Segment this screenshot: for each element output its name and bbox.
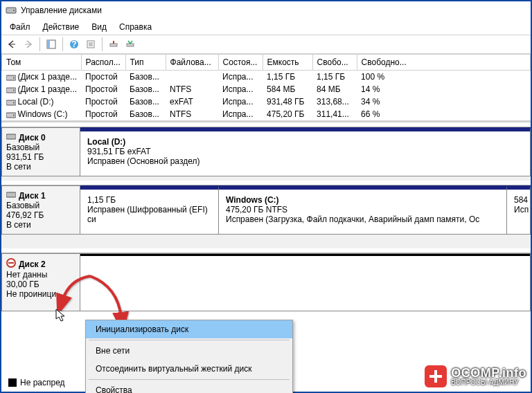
settings-button[interactable] [83,37,98,52]
svg-point-1 [13,10,15,11]
partition-size: 584 [514,195,523,205]
disk-0-status: В сети [6,162,76,172]
col-fs[interactable]: Файлова... [166,55,218,71]
partition-size: 931,51 ГБ exFAT [87,147,523,156]
col-capacity[interactable]: Емкость [263,55,312,71]
ctx-properties[interactable]: Свойства [86,381,292,393]
disk-0-type: Базовый [6,143,76,152]
disk-1-partition-0[interactable]: 1,15 ГБ Исправен (Шифрованный (EFI) си [80,185,219,235]
brand-sub: ВОПРОСЫ АДМИНУ [451,379,526,386]
cursor-icon [55,309,68,326]
disk-1-sidebar[interactable]: Диск 1 Базовый 476,92 ГБ В сети [1,185,80,235]
ctx-detach-vhd[interactable]: Отсоединить виртуальный жесткий диск [86,360,292,378]
partition-size: 475,20 ГБ NTFS [226,205,499,214]
menu-view[interactable]: Вид [86,21,112,33]
drive-icon [6,190,16,201]
table-row[interactable]: (Диск 1 разде...ПростойБазов...Испра...1… [2,71,531,84]
partition-title: Windows (C:) [226,195,499,205]
ctx-separator [89,379,290,380]
context-menu: Инициализировать диск Вне сети Отсоедини… [85,320,293,393]
disk-0-sidebar[interactable]: Диск 0 Базовый 931,51 ГБ В сети [1,127,80,176]
svg-rect-18 [6,192,16,197]
ctx-separator [89,340,290,340]
svg-point-16 [13,114,15,116]
window-title: Управление дисками [21,6,102,15]
disk-1-partition-2[interactable]: 584 Исп [507,185,531,235]
col-status[interactable]: Состоя... [218,55,263,71]
partition-status: Исправен (Основной раздел) [87,156,523,166]
disk-1-type: Базовый [6,201,76,210]
toolbar-separator [62,37,63,51]
menubar: Файл Действие Вид Справка [1,19,531,35]
nav-back-button[interactable] [4,37,19,52]
help-button[interactable]: ? [66,37,82,52]
col-type[interactable]: Тип [125,55,166,71]
svg-point-10 [13,77,15,78]
table-row[interactable]: Local (D:)ПростойБазов...exFATИспра...93… [2,95,531,108]
svg-text:?: ? [71,39,76,49]
col-layout[interactable]: Распол... [81,55,125,71]
legend-box-icon [8,378,17,387]
disk-mgmt-icon [6,5,17,16]
col-freepct[interactable]: Свободно... [357,55,530,71]
svg-rect-17 [6,134,16,139]
toolbar-separator [102,37,103,51]
partition-size: 1,15 ГБ [87,195,211,205]
brand-name: OCOMP.info [451,367,526,379]
titlebar: Управление дисками [1,1,531,19]
ctx-offline[interactable]: Вне сети [86,342,292,360]
disk-1-row: Диск 1 Базовый 476,92 ГБ В сети 1,15 ГБ … [1,185,531,235]
disk-1-title: Диск 1 [19,191,46,201]
col-volume[interactable]: Том [2,55,82,71]
toolbar: ? [1,35,531,54]
plus-icon [425,365,447,387]
legend-unallocated: Не распред [8,378,65,387]
menu-action[interactable]: Действие [37,21,85,33]
partition-status: Исп [514,205,523,214]
menu-help[interactable]: Справка [114,21,157,33]
volume-icon [6,98,16,107]
table-header-row: Том Распол... Тип Файлова... Состоя... Е… [2,55,531,71]
table-row[interactable]: Windows (C:)ПростойБазов...NTFSИспра...4… [2,108,531,120]
svg-rect-3 [47,40,50,48]
volume-icon [6,86,16,94]
watermark: OCOMP.info ВОПРОСЫ АДМИНУ [425,365,526,387]
volume-icon [6,111,16,119]
disk-2-unallocated[interactable] [80,253,531,311]
disk-1-status: В сети [6,220,76,230]
unknown-disk-icon [6,258,16,270]
action-button-1[interactable] [106,37,121,52]
legend-label: Не распред [20,378,65,387]
partition-status: Исправен (Шифрованный (EFI) си [87,205,211,224]
volume-icon [6,73,16,82]
svg-point-14 [13,102,15,103]
disk-0-size: 931,51 ГБ [6,152,76,162]
disk-0-title: Диск 0 [19,133,46,143]
partition-title: Local (D:) [87,137,523,147]
disk-1-partition-1[interactable]: Windows (C:) 475,20 ГБ NTFS Исправен (За… [219,185,507,235]
disk-1-size: 476,92 ГБ [6,210,76,220]
nav-forward-button[interactable] [21,37,36,52]
disk-0-partition-0[interactable]: Local (D:) 931,51 ГБ exFAT Исправен (Осн… [80,127,531,176]
ctx-initialize-disk[interactable]: Инициализировать диск [86,320,292,338]
toolbar-separator [39,37,40,51]
partition-status: Исправен (Загрузка, Файл подкачки, Авари… [226,214,499,224]
volume-table-wrap: Том Распол... Тип Файлова... Состоя... Е… [1,54,531,122]
table-row[interactable]: (Диск 1 разде...ПростойБазов...NTFSИспра… [2,83,531,95]
svg-point-12 [13,89,15,91]
volume-table[interactable]: Том Распол... Тип Файлова... Состоя... Е… [1,54,531,120]
show-hide-tree-button[interactable] [44,37,59,52]
disk-0-row: Диск 0 Базовый 931,51 ГБ В сети Local (D… [1,127,531,176]
action-button-2[interactable] [123,37,138,52]
disk-2-title: Диск 2 [19,259,46,269]
drive-icon [6,132,16,143]
svg-rect-20 [8,262,14,264]
menu-file[interactable]: Файл [4,21,36,33]
col-free[interactable]: Свобо... [312,55,357,71]
svg-rect-7 [110,44,117,46]
